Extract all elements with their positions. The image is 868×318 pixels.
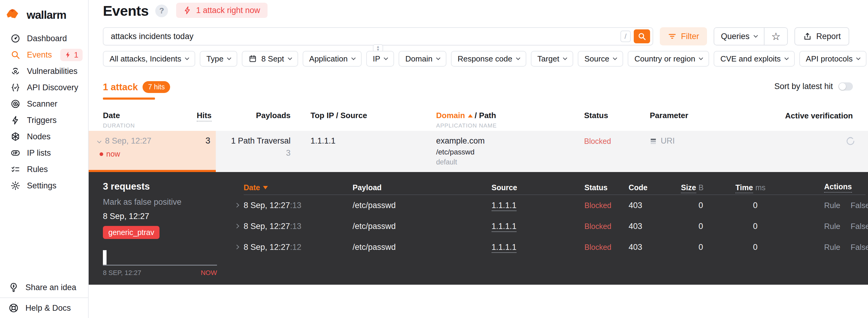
attack-payload-count: 3: [216, 148, 290, 158]
request-false-link[interactable]: False: [850, 201, 868, 210]
requests-count-title: 3 requests: [103, 181, 230, 192]
bolt-icon: [64, 51, 72, 58]
attack-row[interactable]: 8 Sep, 12:27 now 3 1 Path Traversal 3 1.…: [89, 131, 868, 172]
filter-chip-response-code[interactable]: Response code: [451, 51, 526, 67]
detail-summary: 3 requests Mark as false positive 8 Sep,…: [103, 172, 230, 285]
col-req-time[interactable]: Timems: [736, 183, 824, 192]
request-source[interactable]: 1.1.1.1: [492, 242, 517, 253]
filter-chip-country[interactable]: Country or region: [628, 51, 709, 67]
col-date: Date: [103, 111, 120, 120]
attack-status-badge: Blocked: [584, 137, 611, 146]
request-date: 8 Sep, 12:27: [244, 201, 290, 210]
filter-icon: [668, 32, 677, 41]
filter-chip-target[interactable]: Target: [531, 51, 573, 67]
share-an-idea-button[interactable]: Share an idea: [0, 278, 88, 297]
request-rule-link[interactable]: Rule: [824, 242, 840, 252]
sidebar-item-label: Events: [27, 50, 52, 60]
help-docs-button[interactable]: Help & Docs: [0, 298, 88, 318]
request-false-link[interactable]: False: [850, 222, 868, 231]
detail-start-date: 8 Sep, 12:27: [103, 212, 230, 221]
col-payloads: Payloads: [216, 111, 290, 120]
sidebar-item-api-discovery[interactable]: API Discovery: [0, 79, 88, 96]
favorite-query-button[interactable]: ☆: [764, 28, 787, 45]
filter-button[interactable]: Filter: [660, 27, 707, 46]
request-status: Blocked: [584, 201, 629, 210]
sidebar-item-nodes[interactable]: Nodes: [0, 128, 88, 145]
calendar-icon: [248, 55, 257, 63]
sidebar-item-triggers[interactable]: Triggers: [0, 112, 88, 128]
domain-sort-label: Domain: [436, 111, 465, 120]
col-top-ip: Top IP / Source: [311, 111, 367, 120]
sidebar-item-settings[interactable]: Settings: [0, 177, 88, 194]
sidebar-footer: Share an idea Help & Docs: [0, 278, 88, 318]
page-title: Events: [103, 2, 149, 19]
col-hits[interactable]: Hits: [180, 111, 212, 120]
col-domain-path[interactable]: Domain/ Path: [436, 111, 496, 120]
chevron-down-icon: [185, 56, 189, 60]
filter-chip-attacks-incidents[interactable]: All attacks, Incidents: [103, 51, 195, 67]
request-source[interactable]: 1.1.1.1: [492, 222, 517, 232]
timeline-now-label: NOW: [200, 269, 217, 277]
queries-group: Queries ☆: [714, 27, 788, 46]
help-icon[interactable]: ?: [155, 4, 168, 17]
sidebar-item-label: Triggers: [27, 116, 57, 125]
filter-chip-type[interactable]: Type: [200, 51, 237, 67]
report-button[interactable]: Report: [795, 27, 849, 46]
filter-chip-date[interactable]: 8 Sept: [242, 51, 298, 67]
request-payload: /etc/passwd: [352, 242, 492, 252]
request-false-link[interactable]: False: [850, 242, 868, 252]
search-input[interactable]: [103, 32, 652, 41]
filter-chip-api-protocols[interactable]: API protocols: [799, 51, 867, 67]
col-req-actions[interactable]: Actions: [824, 182, 868, 193]
col-application-name: APPLICATION NAME: [436, 122, 497, 129]
request-seconds: :13: [290, 201, 302, 210]
filter-chip-source[interactable]: Source: [578, 51, 623, 67]
queries-dropdown[interactable]: Queries: [714, 28, 764, 45]
mark-false-positive-link[interactable]: Mark as false positive: [103, 198, 230, 207]
request-source[interactable]: 1.1.1.1: [492, 201, 517, 211]
sidebar-item-vulnerabilities[interactable]: Vulnerabilities: [0, 63, 88, 79]
request-status: Blocked: [584, 243, 629, 252]
gear-icon: [10, 180, 21, 191]
wallarm-logo[interactable]: wallarm: [0, 0, 88, 22]
attacks-tab[interactable]: 1 attack 7 hits: [103, 81, 170, 93]
sidebar-item-ip-lists[interactable]: IP lists: [0, 145, 88, 161]
attack-alert-banner[interactable]: 1 attack right now: [176, 3, 268, 18]
biohazard-icon: [10, 66, 21, 77]
main-content: Events ? 1 attack right now / ▲▼ Filter: [89, 0, 868, 318]
sidebar-item-label: API Discovery: [27, 83, 79, 92]
col-req-payload: Payload: [352, 183, 492, 192]
app-root: wallarm Dashboard Events 1: [0, 0, 868, 318]
request-size: 0: [681, 242, 736, 252]
attack-date-cell[interactable]: 8 Sep, 12:27 now 3: [89, 131, 216, 172]
col-req-date[interactable]: Date: [244, 183, 352, 192]
help-docs-label: Help & Docs: [25, 303, 71, 313]
filter-chip-domain[interactable]: Domain: [399, 51, 446, 67]
col-req-size[interactable]: SizeB: [681, 183, 736, 192]
request-rule-link[interactable]: Rule: [824, 201, 840, 210]
sidebar-item-dashboard[interactable]: Dashboard: [0, 30, 88, 47]
attack-path: /etc/passwd: [436, 148, 474, 156]
attack-type-tag[interactable]: generic_ptrav: [103, 226, 159, 239]
request-rule-link[interactable]: Rule: [824, 222, 840, 231]
sidebar-item-label: Scanner: [27, 99, 58, 109]
filter-chip-ip[interactable]: IP: [366, 51, 394, 67]
sidebar-item-scanner[interactable]: Scanner: [0, 96, 88, 112]
filter-chip-cve[interactable]: CVE and exploits: [714, 51, 795, 67]
sort-toggle[interactable]: [838, 82, 853, 91]
timeline-axis: [103, 265, 217, 266]
lightning-icon: [10, 115, 21, 126]
active-verification-icon[interactable]: [845, 136, 856, 149]
request-row[interactable]: 8 Sep, 12:27:13 /etc/passwd 1.1.1.1 Bloc…: [244, 195, 866, 216]
sidebar-item-rules[interactable]: Rules: [0, 161, 88, 177]
col-req-status: Status: [584, 183, 629, 192]
attack-detail-panel: 3 requests Mark as false positive 8 Sep,…: [89, 172, 868, 285]
sidebar-item-events[interactable]: Events 1: [0, 47, 88, 63]
ip-icon: [10, 147, 21, 158]
rules-icon: [10, 164, 21, 175]
search-button[interactable]: [634, 29, 650, 43]
request-row[interactable]: 8 Sep, 12:27:13 /etc/passwd 1.1.1.1 Bloc…: [244, 216, 866, 237]
filter-chip-application[interactable]: Application: [303, 51, 362, 67]
bolt-icon: [183, 6, 192, 15]
request-row[interactable]: 8 Sep, 12:27:12 /etc/passwd 1.1.1.1 Bloc…: [244, 237, 866, 258]
